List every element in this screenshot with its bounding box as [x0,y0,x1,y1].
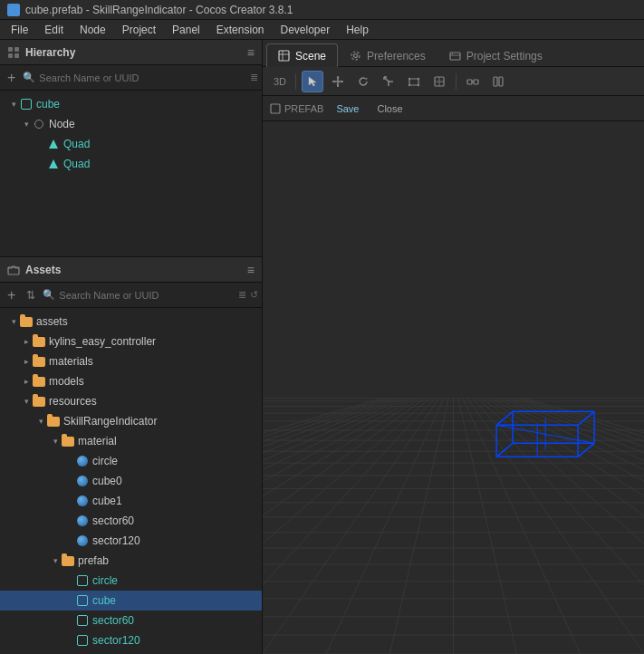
menu-help[interactable]: Help [339,22,376,38]
prefab-save-btn[interactable]: Save [331,101,364,116]
tree-arrow-materials [20,355,33,368]
menu-project[interactable]: Project [115,22,163,38]
svg-marker-17 [332,80,335,82]
assets-item-root[interactable]: assets [0,312,262,332]
assets-list-icon[interactable]: ≣ [238,289,246,301]
svg-marker-19 [365,78,368,81]
tab-project-settings-label: Project Settings [466,50,543,63]
move-icon [332,75,344,88]
title-bar: cube.prefab - SkillRangeIndicator - Coco… [0,0,644,20]
assets-item-sector120[interactable]: sector120 [0,531,262,551]
svg-rect-33 [467,80,472,84]
tree-label-resources: resources [49,395,97,408]
assets-header-icons: ≡ [247,263,255,277]
svg-rect-1 [14,47,19,52]
scene-viewport[interactable] [263,121,644,654]
toolbar-sep-1 [295,73,296,90]
assets-refresh-icon[interactable]: ↺ [250,289,258,301]
assets-item-skill[interactable]: SkillRangeIndicator [0,411,262,431]
assets-add-btn[interactable]: + [4,287,19,303]
rotate-icon [357,75,370,88]
tree-label-node: Node [49,118,75,130]
toolbar-sep-2 [456,73,457,90]
tab-scene-label: Scene [295,50,326,63]
tree-label-sector60: sector60 [92,515,134,527]
menu-node[interactable]: Node [72,22,113,38]
assets-item-models[interactable]: models [0,371,262,391]
tool-transform-btn[interactable] [428,71,450,92]
assets-item-resources[interactable]: resources [0,391,262,411]
tool-rotate-btn[interactable] [352,71,374,92]
tree-icon-prefab-sector120 [76,634,89,647]
tool-move-btn[interactable] [327,71,349,92]
tab-preferences[interactable]: Preferences [338,43,437,67]
assets-item-material-folder[interactable]: material [0,431,262,451]
assets-sort-btn[interactable]: ⇅ [23,289,39,302]
tree-item-quad2[interactable]: Quad [0,154,262,174]
svg-point-27 [418,77,419,79]
assets-item-prefab-circle[interactable]: circle [0,571,262,591]
tab-project-settings[interactable]: Project Settings [437,43,554,67]
assets-item-circle[interactable]: circle [0,451,262,471]
assets-item-prefab-cube[interactable]: cube [0,591,262,611]
menu-edit[interactable]: Edit [37,22,71,38]
menu-file[interactable]: File [4,22,35,38]
assets-search-input[interactable] [59,290,235,301]
prefab-close-btn[interactable]: Close [371,101,408,116]
tree-item-quad1[interactable]: Quad [0,134,262,154]
tool-snap-btn[interactable] [462,71,484,92]
tool-select-btn[interactable] [302,71,323,92]
tree-arrow-skill [34,415,47,428]
assets-item-prefab-sector60[interactable]: sector60 [0,611,262,630]
tree-arrow-cube [7,98,20,111]
tree-label-quad2: Quad [63,158,90,170]
menu-extension[interactable]: Extension [209,22,272,38]
tree-icon-quad2 [47,158,60,170]
tree-icon-prefab-circle [76,574,89,587]
svg-rect-38 [271,104,280,113]
assets-header: Assets ≡ [0,257,262,283]
tree-label-materials: materials [49,355,93,368]
assets-search-icon: 🔍 [43,289,55,301]
tree-label-quad1: Quad [63,138,90,150]
hierarchy-search-input[interactable] [39,72,246,83]
tree-icon-circle-material [76,455,89,467]
assets-item-prefab-sector120[interactable]: sector120 [0,630,262,650]
tree-arrow-models [20,375,33,388]
svg-point-8 [354,54,358,58]
flip-icon [492,75,505,88]
assets-item-materials[interactable]: materials [0,351,262,371]
assets-tree: assets kylins_easy_controller materials [0,308,262,654]
tree-icon-cube1-material [76,495,89,507]
tree-arrow-material-folder [49,435,62,447]
menu-developer[interactable]: Developer [273,22,337,38]
tree-label-prefab-folder: prefab [78,554,109,567]
hierarchy-add-btn[interactable]: + [4,70,19,86]
assets-item-sector60[interactable]: sector60 [0,511,262,531]
assets-item-prefab-folder[interactable]: prefab [0,551,262,571]
assets-item-cube1[interactable]: cube1 [0,491,262,511]
tree-label-prefab-sector120: sector120 [92,634,140,647]
svg-rect-5 [279,51,289,61]
assets-item-cube0[interactable]: cube0 [0,471,262,491]
tree-item-cube[interactable]: cube [0,94,262,114]
tool-flip-btn[interactable] [487,71,509,92]
hierarchy-menu-icon[interactable]: ≡ [247,45,255,60]
tab-scene[interactable]: Scene [266,43,338,67]
hierarchy-search-icon: 🔍 [23,72,35,83]
hierarchy-list-icon[interactable]: ≣ [250,72,258,83]
tool-rect-btn[interactable] [403,71,425,92]
tree-label-cube0: cube0 [92,475,122,487]
assets-menu-icon[interactable]: ≡ [247,263,255,277]
project-settings-tab-icon [449,50,461,62]
tree-arrow-assets [7,315,20,328]
assets-item-kylins[interactable]: kylins_easy_controller [0,332,262,351]
svg-rect-37 [499,77,503,86]
tree-label-cube1: cube1 [92,495,122,507]
tree-icon-prefab-cube [76,594,89,607]
tree-item-node[interactable]: Node [0,114,262,134]
rect-icon [408,75,420,88]
tool-scale-btn[interactable] [378,71,399,92]
assets-title: Assets [7,264,61,276]
menu-panel[interactable]: Panel [165,22,207,38]
